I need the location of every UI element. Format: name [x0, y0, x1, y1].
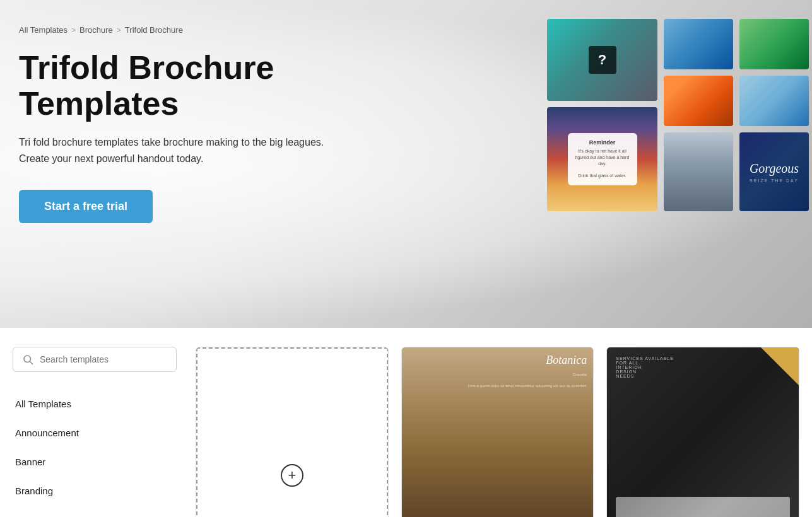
hero-image-top-right-1: [664, 19, 733, 69]
botanica-title: Botanica: [546, 354, 587, 367]
gorgeous-subtitle: seize the day: [750, 178, 799, 183]
interior-template: SERVICES AVAILABLEFOR ALLINTERIORDESIGNN…: [607, 347, 799, 517]
template-card-interior[interactable]: SERVICES AVAILABLEFOR ALLINTERIORDESIGNN…: [606, 347, 799, 517]
interior-triangle-accent: [761, 347, 799, 385]
interior-image: [616, 497, 790, 517]
svg-point-0: [24, 356, 31, 363]
hero-image-mid-right-2: [739, 76, 809, 126]
reminder-title: Reminder: [575, 139, 630, 146]
sidebar-item-announcement[interactable]: Announcement: [13, 419, 177, 448]
hero-section: All Templates > Brochure > Trifold Broch…: [0, 0, 812, 328]
page-title: Trifold Brochure Templates: [19, 50, 391, 122]
hero-image-makeup: ?: [547, 19, 657, 101]
question-mark-icon: ?: [589, 46, 616, 74]
template-preview-botanica: Botanica CoqueteLorem ipsum dolor sit am…: [401, 347, 594, 517]
breadcrumb-sep-2: >: [117, 26, 121, 35]
template-preview-interior: SERVICES AVAILABLEFOR ALLINTERIORDESIGNN…: [606, 347, 799, 517]
hero-image-sunset: Reminder It's okay to not have it all fi…: [547, 107, 657, 211]
sidebar-item-branding[interactable]: Branding: [13, 477, 177, 506]
breadcrumb-brochure[interactable]: Brochure: [79, 25, 113, 35]
hero-image-mid-right-1: [664, 76, 733, 126]
start-free-trial-button[interactable]: Start a free trial: [19, 190, 153, 223]
gorgeous-text: Gorgeous: [750, 161, 799, 176]
sidebar-item-banner[interactable]: Banner: [13, 448, 177, 477]
blank-template-area: +: [196, 347, 388, 517]
svg-line-1: [30, 362, 33, 364]
sidebar: All Templates Announcement Banner Brandi…: [0, 347, 189, 517]
botanica-body: CoqueteLorem ipsum dolor sit amet consec…: [468, 372, 587, 389]
hero-content: All Templates > Brochure > Trifold Broch…: [0, 0, 391, 223]
template-card-blank[interactable]: + Blank Trifold Brochure template: [196, 347, 389, 517]
search-input[interactable]: [40, 354, 167, 364]
template-card-botanica[interactable]: Botanica CoqueteLorem ipsum dolor sit am…: [401, 347, 594, 517]
breadcrumb: All Templates > Brochure > Trifold Broch…: [19, 25, 391, 35]
botanica-template: Botanica CoqueteLorem ipsum dolor sit am…: [402, 347, 594, 517]
hero-image-collage: ? Reminder It's okay to not have it all …: [547, 19, 812, 284]
search-icon: [22, 354, 33, 365]
template-preview-blank: +: [196, 347, 389, 517]
templates-grid: + Blank Trifold Brochure template Botani…: [189, 347, 812, 517]
reminder-body: It's okay to not have it all figured out…: [575, 148, 630, 179]
interior-bottom: DREAMBIG MODERNINTERIORDESIGN: [616, 497, 790, 517]
bottom-section: All Templates Announcement Banner Brandi…: [0, 328, 812, 517]
botanica-header: Botanica CoqueteLorem ipsum dolor sit am…: [402, 347, 594, 395]
reminder-card: Reminder It's okay to not have it all fi…: [568, 133, 637, 185]
breadcrumb-current: Trifold Brochure: [125, 25, 183, 35]
hero-image-gorgeous: Gorgeous seize the day: [739, 132, 809, 211]
sidebar-nav: All Templates Announcement Banner Brandi…: [13, 390, 177, 506]
hero-image-woman: [664, 132, 733, 211]
breadcrumb-all-templates[interactable]: All Templates: [19, 25, 68, 35]
search-box[interactable]: [13, 347, 177, 372]
hero-description: Tri fold brochure templates take brochur…: [19, 134, 391, 166]
hero-image-top-right-2: [739, 19, 809, 69]
plus-icon: +: [281, 464, 303, 487]
sidebar-item-all-templates[interactable]: All Templates: [13, 390, 177, 419]
breadcrumb-sep-1: >: [71, 26, 76, 35]
